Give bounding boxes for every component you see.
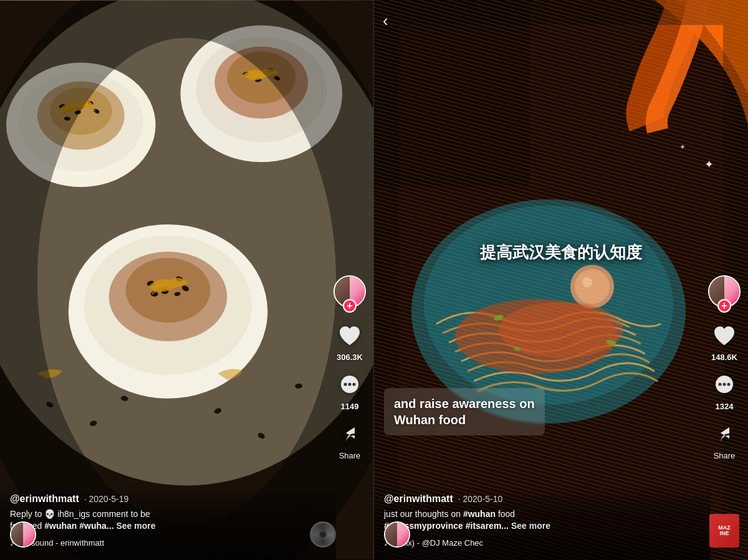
english-subtitle-box: and raise awareness on Wuhan food xyxy=(384,388,545,435)
left-share-icon xyxy=(336,421,363,448)
left-caption: Reply to 💀 ih8n_igs comment to be featur… xyxy=(10,508,326,533)
subtitle-line1: and raise awareness on xyxy=(394,397,535,411)
left-share-button[interactable]: Share xyxy=(336,421,363,460)
svg-point-43 xyxy=(570,265,614,308)
right-username-row: @erinwithmatt · 2020-5-10 xyxy=(384,493,701,505)
left-music-row: ♪ nal sound - erinwithmatt xyxy=(10,538,326,548)
left-comment-icon xyxy=(336,372,363,399)
svg-point-57 xyxy=(723,383,726,386)
left-bottom-info: @erinwithmatt · 2020-5-19 Reply to 💀 ih8… xyxy=(0,483,336,560)
svg-point-38 xyxy=(348,383,352,386)
right-date: · 2020-5-10 xyxy=(458,494,503,504)
left-share-label: Share xyxy=(339,451,361,460)
right-like-button[interactable]: 148.6K xyxy=(711,323,738,362)
right-see-more[interactable]: See more xyxy=(511,521,550,531)
subtitle-line2: Wuhan food xyxy=(394,413,466,427)
left-hashtag-wuha[interactable]: #wuha... xyxy=(79,521,113,531)
svg-rect-53 xyxy=(374,0,530,187)
left-comment-button[interactable]: 1149 xyxy=(336,372,363,411)
right-bottom-avatar-container xyxy=(384,521,410,548)
left-like-button[interactable]: 306.3K xyxy=(336,323,363,362)
right-music-row: ♪ remix) - @DJ Maze Chec xyxy=(384,538,701,548)
right-username[interactable]: @erinwithmatt xyxy=(384,493,453,505)
magazine-thumbnail[interactable]: MAZINE xyxy=(709,514,739,548)
svg-rect-54 xyxy=(374,0,748,560)
right-bottom-avatar-female xyxy=(397,523,409,546)
right-avatar-container[interactable]: + xyxy=(708,275,741,308)
left-bottom-avatar-female xyxy=(23,523,35,546)
left-hashtag-wuhan[interactable]: #wuhan xyxy=(44,521,77,531)
left-bottom-avatar xyxy=(10,521,36,548)
right-bottom-avatar-male xyxy=(385,523,397,546)
right-like-count: 148.6K xyxy=(711,353,737,362)
left-date: · 2020-5-19 xyxy=(84,494,129,504)
left-username-row: @erinwithmatt · 2020-5-19 xyxy=(10,493,326,505)
left-comment-count: 1149 xyxy=(341,402,359,411)
left-username[interactable]: @erinwithmatt xyxy=(10,493,79,505)
right-follow-button[interactable]: + xyxy=(717,299,731,313)
left-music-disc-inner xyxy=(319,530,327,539)
svg-point-37 xyxy=(344,383,347,386)
english-subtitle: and raise awareness on Wuhan food xyxy=(394,396,535,428)
chinese-title: 提高武汉美食的认知度 xyxy=(480,242,642,261)
back-button[interactable]: ‹ xyxy=(383,11,388,31)
left-heart-icon xyxy=(336,323,363,350)
left-see-more[interactable]: See more xyxy=(116,521,155,531)
svg-point-39 xyxy=(353,383,356,386)
svg-text:✦: ✦ xyxy=(704,158,714,171)
right-video-panel: ✦ ✦ ‹ 提高武汉美食的认知度 and raise awareness on … xyxy=(374,0,748,560)
right-comment-count: 1324 xyxy=(716,402,734,411)
left-like-count: 306.3K xyxy=(337,353,363,362)
svg-point-45 xyxy=(582,277,592,287)
left-music-disc xyxy=(310,521,336,548)
svg-point-56 xyxy=(719,383,722,386)
right-bottom-avatar xyxy=(384,521,410,548)
right-bottom-info: @erinwithmatt · 2020-5-10 just our thoug… xyxy=(374,483,711,560)
svg-point-44 xyxy=(575,269,610,304)
svg-point-58 xyxy=(727,383,731,386)
right-action-sidebar: + 148.6K 1324 xyxy=(708,275,741,460)
right-comment-button[interactable]: 1324 xyxy=(711,372,738,411)
svg-point-47 xyxy=(499,302,623,358)
left-video-panel: + 306.3K 1149 xyxy=(0,0,374,560)
left-caption-line1: Reply to 💀 ih8n_igs comment to be xyxy=(10,509,150,519)
right-comment-icon xyxy=(711,372,738,399)
svg-point-49 xyxy=(605,339,616,346)
right-share-label: Share xyxy=(714,451,736,460)
right-share-button[interactable]: Share xyxy=(711,421,738,460)
right-hashtag-wuhan[interactable]: #wuhan xyxy=(463,509,496,519)
right-hashtag-itsa[interactable]: #itsarem... xyxy=(466,521,509,531)
left-bottom-avatar-male xyxy=(11,523,23,546)
right-share-icon xyxy=(711,421,738,448)
right-heart-icon xyxy=(711,323,738,350)
svg-point-50 xyxy=(514,346,522,351)
chinese-text-overlay: 提高武汉美食的认知度 xyxy=(480,241,642,263)
svg-point-46 xyxy=(455,299,617,374)
magazine-label: MAZINE xyxy=(718,525,731,536)
svg-point-48 xyxy=(493,314,504,322)
svg-point-42 xyxy=(424,206,673,405)
svg-text:✦: ✦ xyxy=(679,143,686,151)
left-follow-button[interactable]: + xyxy=(343,299,357,313)
right-caption: just our thoughts on #wuhan food #guessm… xyxy=(384,508,701,533)
left-bottom-avatar-container xyxy=(10,521,36,548)
left-action-sidebar: + 306.3K 1149 xyxy=(333,275,366,460)
left-avatar-container[interactable]: + xyxy=(333,275,366,308)
svg-rect-40 xyxy=(374,0,748,560)
right-caption-line1: just our thoughts on #wuhan food xyxy=(384,509,515,519)
